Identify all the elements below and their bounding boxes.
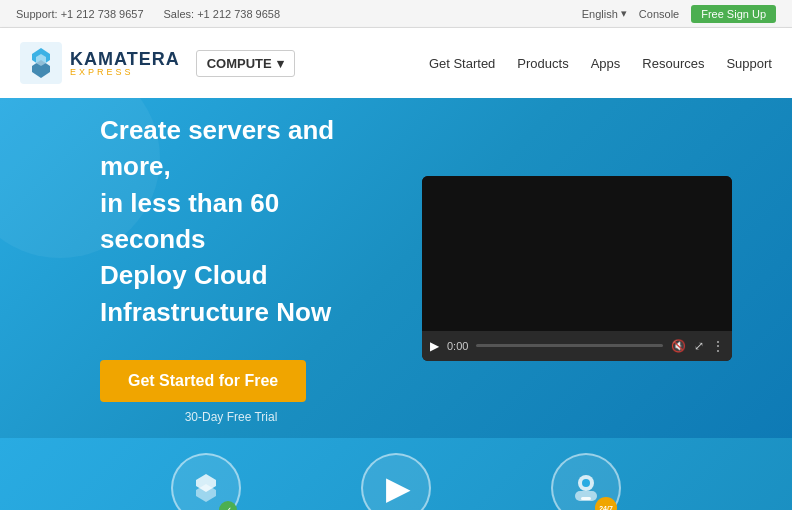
get-started-button[interactable]: Get Started for Free [100,360,306,402]
hero-title-line3: Deploy Cloud Infrastructure Now [100,260,331,326]
logo-text: KAMATERA EXPRESS [70,50,180,77]
logo-express: EXPRESS [70,68,180,77]
check-badge: ✓ [219,501,237,510]
language-dropdown[interactable]: English ▾ [582,7,627,20]
support-phone: Support: +1 212 738 9657 [16,8,144,20]
svg-point-8 [582,479,590,487]
kamatera-logo-icon [20,42,62,84]
nav-get-started[interactable]: Get Started [429,56,495,71]
nav-apps[interactable]: Apps [591,56,621,71]
video-icons: 🔇 ⤢ ⋮ [671,339,724,353]
feature-item-0: ✓ [171,453,241,510]
volume-icon[interactable]: 🔇 [671,339,686,353]
badge-247: 24/7 [595,497,617,510]
logo-name: KAMATERA [70,50,180,68]
trial-text: 30-Day Free Trial [100,410,362,424]
top-bar-left: Support: +1 212 738 9657 Sales: +1 212 7… [16,8,280,20]
video-time: 0:00 [447,340,468,352]
nav-left: KAMATERA EXPRESS COMPUTE ▾ [20,42,295,84]
fullscreen-icon[interactable]: ⤢ [694,339,704,353]
language-label: English [582,8,618,20]
main-nav: KAMATERA EXPRESS COMPUTE ▾ Get Started P… [0,28,792,98]
hero-title: Create servers and more, in less than 60… [100,112,362,330]
logo-area[interactable]: KAMATERA EXPRESS [20,42,180,84]
nav-support[interactable]: Support [726,56,772,71]
compute-dropdown-button[interactable]: COMPUTE ▾ [196,50,295,77]
feature-circle-2: 24/7 [551,453,621,510]
feature-circle-0: ✓ [171,453,241,510]
compute-chevron-icon: ▾ [277,56,284,71]
video-controls: ▶ 0:00 🔇 ⤢ ⋮ [422,331,732,361]
nav-right: Get Started Products Apps Resources Supp… [429,56,772,71]
compute-label: COMPUTE [207,56,272,71]
video-progress-bar[interactable] [476,344,663,347]
sales-phone: Sales: +1 212 738 9658 [164,8,281,20]
hero-title-line1: Create servers and more, [100,115,334,181]
nav-products[interactable]: Products [517,56,568,71]
feature-item-2: 24/7 [551,453,621,510]
top-bar-right: English ▾ Console Free Sign Up [582,5,776,23]
hero-content: Create servers and more, in less than 60… [100,112,362,424]
video-player: ▶ 0:00 🔇 ⤢ ⋮ [422,176,732,361]
free-signup-button[interactable]: Free Sign Up [691,5,776,23]
chevron-down-icon: ▾ [621,7,627,20]
features-section: ✓ ▶ 24/7 [0,438,792,510]
video-screen [422,176,732,331]
nav-resources[interactable]: Resources [642,56,704,71]
feature-item-1: ▶ [361,453,431,510]
top-bar: Support: +1 212 738 9657 Sales: +1 212 7… [0,0,792,28]
feature-circle-1: ▶ [361,453,431,510]
play-button[interactable]: ▶ [430,339,439,353]
feature-icon-0 [188,470,224,506]
svg-rect-9 [581,497,591,500]
console-link[interactable]: Console [639,8,679,20]
feature-play-icon: ▶ [386,469,411,507]
settings-icon[interactable]: ⋮ [712,339,724,353]
hero-section: Create servers and more, in less than 60… [0,98,792,438]
hero-title-line2: in less than 60 seconds [100,188,279,254]
